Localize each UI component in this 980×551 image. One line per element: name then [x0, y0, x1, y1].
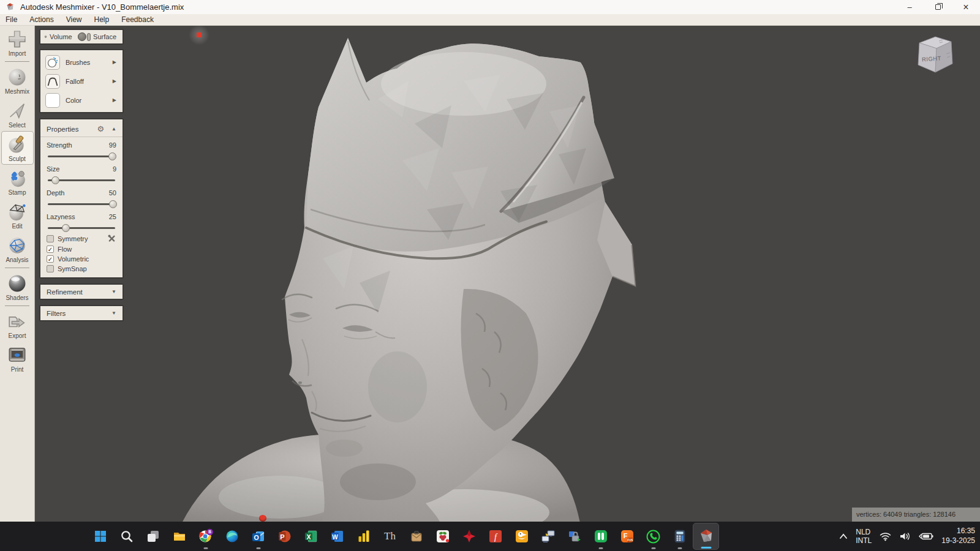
3d-model-canvas[interactable]	[35, 26, 980, 522]
size-slider[interactable]	[48, 179, 115, 181]
volume-surface-toggle[interactable]	[78, 33, 85, 40]
sidebar-divider	[5, 305, 29, 306]
minimize-button[interactable]: –	[895, 0, 924, 14]
lazyness-label: Lazyness	[47, 213, 75, 220]
color-expand-icon[interactable]: ▶	[113, 97, 116, 103]
running-indicator	[256, 547, 260, 549]
symmetry-tools-icon[interactable]	[107, 234, 116, 243]
search-button[interactable]	[113, 523, 140, 550]
cyberduck-button[interactable]	[508, 523, 535, 550]
excel-button[interactable]: X	[298, 523, 324, 550]
edge-button[interactable]	[219, 523, 245, 550]
sidebar-item-print[interactable]: Print	[1, 342, 34, 375]
lazyness-slider-handle[interactable]	[62, 224, 70, 232]
raspberry-pi-button[interactable]	[429, 523, 456, 550]
word-button[interactable]: W	[324, 523, 350, 550]
outlook-icon: O	[251, 529, 266, 544]
sidebar-item-edit[interactable]: Edit	[1, 198, 34, 232]
falloff-expand-icon[interactable]: ▶	[113, 78, 116, 84]
falloff-row[interactable]: Falloff ▶	[40, 72, 123, 91]
strength-slider-handle[interactable]	[108, 152, 116, 160]
volume-label[interactable]: Volume	[50, 33, 72, 40]
green-tiles-app-button[interactable]	[587, 523, 614, 550]
sidebar-item-analysis[interactable]: Analysis	[1, 232, 34, 266]
symsnap-row: SymSnap	[40, 264, 123, 274]
fritzing-icon: f	[488, 529, 503, 544]
color-row[interactable]: Color ▶	[40, 91, 123, 110]
task-view-button[interactable]	[140, 523, 166, 550]
gear-icon[interactable]: ⚙	[97, 124, 104, 133]
3d-viewport[interactable]: RIGHT vertices: 64049 triangles: 128146 …	[35, 26, 980, 522]
collapse-icon[interactable]: ▲	[111, 126, 116, 132]
restore-button[interactable]	[924, 0, 952, 14]
filters-panel[interactable]: Filters ▼	[39, 305, 124, 321]
outlook-button[interactable]: O	[245, 523, 271, 550]
depth-slider-handle[interactable]	[109, 200, 117, 208]
sidebar-item-select[interactable]: Select	[1, 97, 34, 131]
filters-expand-icon[interactable]: ▼	[111, 310, 116, 316]
menu-feedback[interactable]: Feedback	[115, 15, 160, 24]
file-explorer-icon	[172, 529, 187, 544]
fritzing-button[interactable]: f	[482, 523, 508, 550]
chrome-button[interactable]: B	[192, 523, 219, 550]
battery-charging-icon[interactable]	[919, 531, 933, 541]
refinement-panel[interactable]: Refinement ▼	[39, 283, 124, 300]
menu-help[interactable]: Help	[88, 15, 116, 24]
menu-view[interactable]: View	[60, 15, 88, 24]
package-app-button[interactable]	[403, 523, 429, 550]
wifi-icon[interactable]	[880, 531, 891, 541]
sidebar-item-import[interactable]: Import	[1, 26, 34, 59]
size-label: Size	[47, 165, 59, 173]
powerpoint-button[interactable]: P	[271, 523, 298, 550]
secure-lock-app-button[interactable]	[561, 523, 587, 550]
window-title: Autodesk Meshmixer - V10_Bommelaertje.mi…	[20, 2, 184, 12]
properties-header[interactable]: Properties ⚙ ▲	[40, 122, 123, 137]
refinement-expand-icon[interactable]: ▼	[111, 289, 116, 294]
surface-label[interactable]: Surface	[93, 33, 116, 40]
size-slider-handle[interactable]	[51, 176, 59, 184]
fusion-360-button[interactable]: F FUS	[614, 523, 640, 550]
sidebar-item-sculpt[interactable]: Sculpt	[1, 131, 34, 165]
whatsapp-button[interactable]	[640, 523, 666, 550]
fusion-sub-glyph: FUS	[627, 539, 633, 542]
language-indicator[interactable]: NLD INTL	[856, 528, 872, 545]
thonny-button[interactable]: Th	[377, 523, 403, 550]
meshmixer-taskbar-button[interactable]	[693, 523, 719, 550]
remote-desktop-button[interactable]	[535, 523, 561, 550]
brushes-expand-icon[interactable]: ▶	[113, 59, 116, 65]
close-button[interactable]: ×	[952, 0, 980, 14]
sculpt-panels: Volume Surface Brushes ▶	[39, 29, 124, 326]
sidebar-item-export[interactable]: Export	[1, 308, 34, 342]
symsnap-checkbox[interactable]	[47, 265, 54, 272]
volumetric-checkbox[interactable]: ✓	[47, 255, 54, 263]
brushes-row[interactable]: Brushes ▶	[40, 53, 123, 72]
tool-label: Import	[2, 50, 33, 57]
menu-actions[interactable]: Actions	[23, 15, 59, 24]
lazyness-slider-block: Lazyness 25	[40, 209, 123, 229]
navigation-cube[interactable]: RIGHT	[912, 32, 956, 81]
powerpoint-icon: P	[277, 529, 292, 544]
system-tray: NLD INTL 16:35 19-3-2025	[839, 522, 975, 551]
volume-surface-panel: Volume Surface	[39, 29, 124, 45]
volume-speaker-icon[interactable]	[899, 531, 911, 541]
hidden-icons-chevron[interactable]	[839, 533, 848, 539]
flow-checkbox[interactable]: ✓	[47, 246, 54, 253]
sidebar-item-meshmix[interactable]: Meshmix	[1, 64, 34, 97]
import-plus-icon	[7, 29, 28, 50]
file-explorer-button[interactable]	[166, 523, 192, 550]
symmetry-label: Symmetry	[58, 235, 107, 242]
calculator-button[interactable]	[666, 523, 693, 550]
tool-label: Shaders	[2, 294, 33, 301]
lazyness-slider[interactable]	[48, 227, 115, 229]
red-star-app-button[interactable]	[456, 523, 482, 550]
sidebar-item-shaders[interactable]: Shaders	[1, 270, 34, 304]
language-line1: NLD	[856, 528, 872, 536]
menu-file[interactable]: File	[0, 15, 23, 24]
depth-slider[interactable]	[48, 203, 115, 205]
power-bi-button[interactable]	[350, 523, 377, 550]
strength-slider[interactable]	[48, 156, 115, 157]
symmetry-checkbox[interactable]	[47, 235, 54, 242]
sidebar-item-stamp[interactable]: Stamp	[1, 165, 34, 198]
start-button[interactable]	[87, 523, 113, 550]
clock[interactable]: 16:35 19-3-2025	[941, 527, 975, 545]
